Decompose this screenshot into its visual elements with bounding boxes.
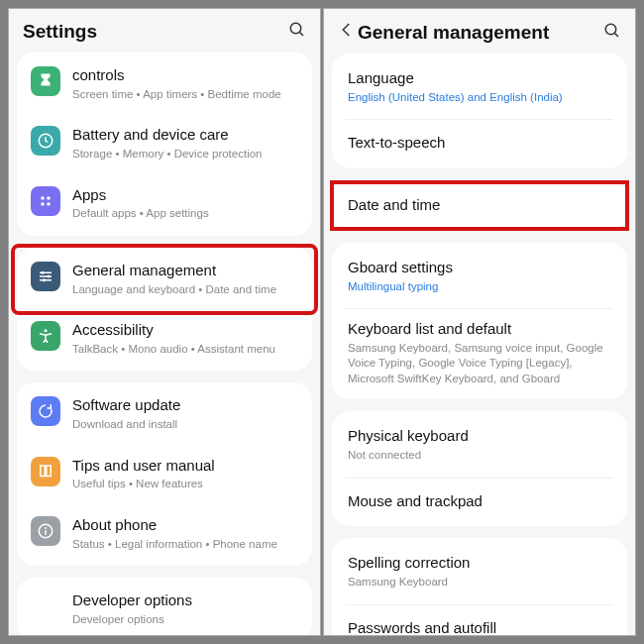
gm-row-mouse-and-trackpad[interactable]: Mouse and trackpad [332, 479, 627, 525]
row-label: General management [72, 262, 298, 280]
row-subtitle: Download and install [72, 417, 298, 433]
gm-row-gboard-settings[interactable]: Gboard settingsMultilingual typing [332, 245, 627, 308]
row-subtitle: Useful tips • New features [72, 477, 298, 492]
hourglass-icon [31, 66, 60, 96]
row-subtitle: Multilingual typing [348, 279, 611, 295]
svg-point-6 [47, 202, 51, 206]
settings-group: Software updateDownload and installTips … [17, 382, 312, 566]
gm-row-spelling-correction[interactable]: Spelling correctionSamsung Keyboard [332, 540, 627, 603]
row-subtitle: Default apps • App settings [72, 206, 298, 222]
gm-row-date-and-time[interactable]: Date and time [332, 182, 627, 229]
back-button[interactable] [338, 21, 358, 44]
refresh-icon [31, 396, 60, 426]
search-button[interactable] [599, 22, 621, 44]
row-label: Mouse and trackpad [348, 492, 611, 511]
row-label: Battery and device care [72, 126, 298, 145]
svg-point-0 [290, 23, 301, 34]
row-label: Gboard settings [348, 259, 611, 277]
row-subtitle: Samsung Keyboard [348, 575, 611, 590]
gm-header: General management [324, 9, 635, 54]
gm-row-text-to-speech[interactable]: Text-to-speech [332, 120, 627, 166]
settings-list[interactable]: controlsScreen time • App timers • Bedti… [9, 53, 320, 635]
svg-line-15 [614, 33, 618, 37]
svg-point-8 [48, 274, 51, 277]
row-subtitle: TalkBack • Mono audio • Assistant menu [72, 342, 298, 358]
row-subtitle: Storage • Memory • Device protection [72, 147, 298, 162]
settings-group: General managementLanguage and keyboard … [17, 248, 312, 372]
row-subtitle: Status • Legal information • Phone name [72, 537, 298, 553]
gm-list[interactable]: LanguageEnglish (United States) and Engl… [324, 54, 635, 635]
row-subtitle: Samsung Keyboard, Samsung voice input, G… [348, 341, 611, 387]
svg-point-10 [45, 329, 48, 332]
row-label: Developer options [72, 591, 298, 610]
gm-group: Date and time [332, 180, 627, 231]
row-subtitle: English (United States) and English (Ind… [348, 90, 611, 106]
gm-group: Physical keyboardNot connectedMouse and … [332, 411, 627, 526]
gm-group: Gboard settingsMultilingual typingKeyboa… [332, 243, 627, 400]
search-icon [288, 21, 306, 39]
svg-point-12 [45, 527, 47, 529]
gm-group: Spelling correctionSamsung KeyboardPassw… [332, 538, 627, 635]
row-label: Apps [72, 186, 298, 205]
page-title: General management [358, 22, 599, 44]
row-label: Date and time [348, 196, 611, 215]
sliders-icon [31, 262, 60, 291]
back-icon [338, 21, 356, 39]
row-subtitle: Not connected [348, 448, 611, 464]
settings-row-general-management[interactable]: General managementLanguage and keyboard … [17, 250, 312, 309]
svg-point-9 [43, 278, 46, 281]
svg-point-3 [41, 196, 45, 200]
row-label: controls [72, 66, 298, 85]
info-icon [31, 516, 60, 546]
row-label: Spelling correction [348, 554, 611, 573]
settings-row-about-phone[interactable]: About phoneStatus • Legal information • … [17, 504, 312, 564]
settings-row-software-update[interactable]: Software updateDownload and install [17, 384, 312, 444]
settings-row-apps[interactable]: AppsDefault apps • App settings [17, 174, 312, 234]
grid-icon [31, 186, 60, 216]
settings-group: Developer optionsDeveloper options [17, 578, 312, 635]
page-title: Settings [23, 21, 284, 43]
settings-group: controlsScreen time • App timers • Bedti… [17, 53, 312, 236]
settings-row-developer-options[interactable]: Developer optionsDeveloper options [17, 580, 312, 635]
gm-group: LanguageEnglish (United States) and Engl… [332, 54, 627, 168]
row-label: Tips and user manual [72, 457, 298, 476]
gm-row-keyboard-list-and-default[interactable]: Keyboard list and defaultSamsung Keyboar… [332, 309, 627, 397]
gm-row-physical-keyboard[interactable]: Physical keyboardNot connected [332, 413, 627, 477]
search-button[interactable] [284, 21, 306, 43]
battery-icon [31, 126, 60, 156]
gm-row-language[interactable]: LanguageEnglish (United States) and Engl… [332, 55, 627, 119]
gm-row-passwords-and-autofill[interactable]: Passwords and autofill [332, 605, 627, 635]
book-icon [31, 457, 60, 486]
row-label: Text-to-speech [348, 134, 611, 153]
row-label: Keyboard list and default [348, 320, 611, 339]
row-label: Accessibility [72, 321, 298, 340]
svg-point-5 [41, 202, 45, 206]
row-label: Software update [72, 396, 298, 415]
settings-header: Settings [9, 9, 320, 53]
svg-rect-13 [45, 530, 47, 535]
row-subtitle: Developer options [72, 612, 298, 628]
svg-point-14 [605, 24, 616, 35]
general-management-panel: General management LanguageEnglish (Unit… [323, 8, 636, 636]
svg-point-4 [47, 196, 51, 200]
settings-row-accessibility[interactable]: AccessibilityTalkBack • Mono audio • Ass… [17, 309, 312, 369]
row-subtitle: Language and keyboard • Date and time [72, 282, 298, 298]
settings-row-battery-and-device-care[interactable]: Battery and device careStorage • Memory … [17, 114, 312, 173]
svg-line-1 [299, 32, 303, 36]
settings-row-controls[interactable]: controlsScreen time • App timers • Bedti… [17, 54, 312, 114]
row-label: Physical keyboard [348, 427, 611, 446]
accessibility-icon [31, 321, 60, 351]
settings-panel: Settings controlsScreen time • App timer… [8, 8, 321, 636]
settings-row-tips-and-user-manual[interactable]: Tips and user manualUseful tips • New fe… [17, 445, 312, 504]
row-label: Language [348, 69, 611, 88]
svg-point-7 [42, 271, 45, 274]
row-label: Passwords and autofill [348, 619, 611, 635]
row-subtitle: Screen time • App timers • Bedtime mode [72, 87, 298, 103]
row-label: About phone [72, 516, 298, 535]
search-icon [603, 22, 621, 40]
